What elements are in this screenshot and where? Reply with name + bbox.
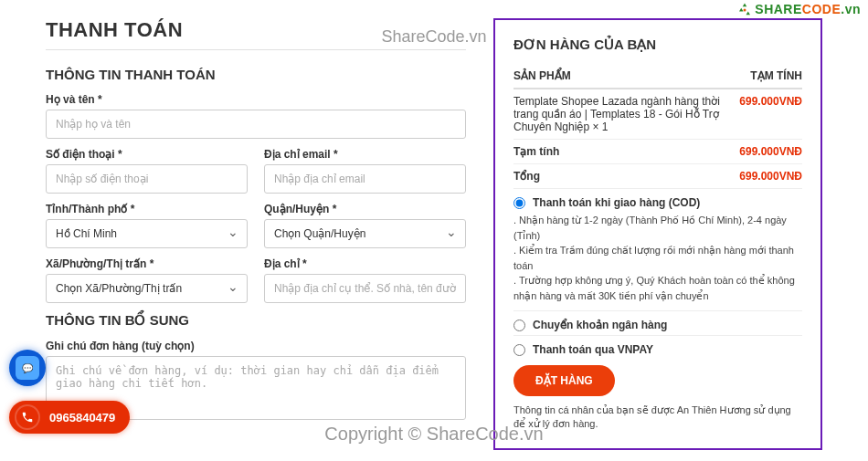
address-input[interactable] [264, 274, 466, 303]
order-item-price: 699.000VNĐ [739, 95, 802, 133]
order-heading: ĐƠN HÀNG CỦA BẠN [513, 37, 802, 53]
district-select[interactable]: Chọn Quận/Huyện [264, 219, 466, 248]
ward-label: Xã/Phường/Thị trấn * [46, 257, 248, 270]
subtotal-label: Tạm tính [513, 145, 559, 158]
brand-logo: SHARECODE.vn [736, 2, 861, 18]
order-item-name: Template Shopee Lazada ngành hàng thời t… [513, 95, 739, 133]
email-label: Địa chỉ email * [264, 148, 466, 161]
phone-input[interactable] [46, 164, 248, 194]
payment-cod-radio[interactable] [513, 197, 525, 209]
chat-icon: 💬 [16, 356, 39, 380]
page-title: THANH TOÁN [46, 18, 466, 42]
phone-label: Số điện thoại * [46, 148, 248, 161]
total-label: Tổng [513, 170, 540, 183]
fullname-label: Họ và tên * [46, 93, 466, 106]
phone-widget-button[interactable]: 0965840479 [9, 401, 130, 434]
extra-heading: THÔNG TIN BỔ SUNG [46, 312, 466, 329]
subtotal-value: 699.000VNĐ [739, 145, 802, 158]
total-value: 699.000VNĐ [739, 170, 802, 183]
fullname-input[interactable] [46, 110, 466, 139]
ward-select[interactable]: Chọn Xã/Phường/Thị trấn [46, 274, 248, 303]
address-label: Địa chỉ * [264, 257, 466, 270]
col-subtotal: TẠM TÍNH [750, 69, 802, 82]
phone-number: 0965840479 [49, 411, 115, 424]
payment-bank-radio[interactable] [513, 320, 525, 331]
payment-vnpay-label: Thanh toán qua VNPAY [533, 343, 653, 356]
province-label: Tỉnh/Thành phố * [46, 203, 248, 215]
chat-widget-button[interactable]: 💬 [9, 350, 46, 386]
email-input[interactable] [264, 164, 466, 194]
divider [46, 49, 466, 50]
province-select[interactable]: Hồ Chí Minh [46, 219, 248, 248]
district-label: Quận/Huyện * [264, 203, 466, 215]
billing-heading: THÔNG TIN THANH TOÁN [46, 67, 466, 82]
order-note-label: Ghi chú đơn hàng (tuỳ chọn) [46, 340, 466, 352]
payment-vnpay-radio[interactable] [513, 344, 525, 356]
privacy-note: Thông tin cá nhân của bạn sẽ được An Thi… [513, 403, 802, 432]
place-order-button[interactable]: ĐẶT HÀNG [513, 365, 615, 396]
phone-icon [15, 404, 40, 430]
recycle-icon [736, 2, 753, 18]
payment-bank-label: Chuyển khoản ngân hàng [533, 319, 667, 331]
payment-cod-label: Thanh toán khi giao hàng (COD) [533, 196, 700, 209]
col-product: SẢN PHẨM [513, 69, 571, 82]
payment-cod-desc: . Nhận hàng từ 1-2 ngày (Thành Phố Hồ Ch… [513, 213, 802, 310]
order-summary-box: ĐƠN HÀNG CỦA BẠN SẢN PHẨM TẠM TÍNH Templ… [493, 18, 822, 450]
